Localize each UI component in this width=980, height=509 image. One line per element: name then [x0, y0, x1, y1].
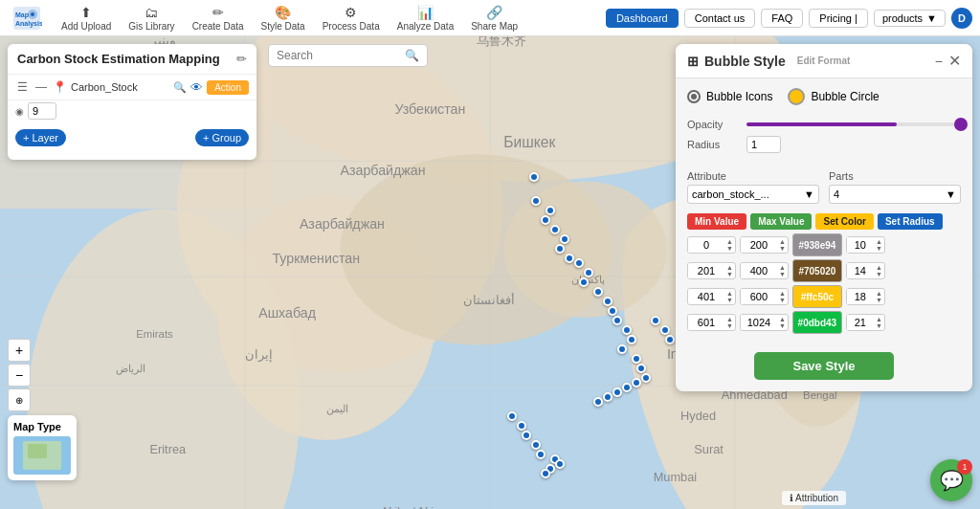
- min-down-icon[interactable]: ▼: [724, 271, 735, 277]
- map-pin[interactable]: [617, 344, 627, 354]
- map-pin[interactable]: [651, 316, 660, 325]
- map-pin[interactable]: [560, 234, 569, 244]
- map-pin[interactable]: [612, 387, 622, 397]
- chat-bubble[interactable]: 💬 1: [930, 459, 972, 501]
- map-pin[interactable]: [531, 440, 541, 450]
- bubble-icons-option[interactable]: Bubble Icons: [687, 90, 772, 103]
- map-pin[interactable]: [665, 335, 675, 344]
- min-down-icon[interactable]: ▼: [724, 297, 735, 303]
- nav-process-data[interactable]: ⚙ Process Data: [315, 3, 388, 33]
- group-add-button[interactable]: + Group: [195, 129, 249, 146]
- map-pin[interactable]: [584, 268, 593, 277]
- zoom-location-button[interactable]: ⊕: [8, 388, 31, 411]
- contact-button[interactable]: Contact us: [684, 9, 756, 28]
- map-pin[interactable]: [529, 172, 539, 182]
- layer-value-input[interactable]: [28, 102, 56, 120]
- map-pin[interactable]: [627, 335, 636, 344]
- map-pin[interactable]: [522, 431, 531, 440]
- radius-down-icon[interactable]: ▼: [874, 245, 884, 252]
- map-pin[interactable]: [555, 244, 565, 254]
- radius-down-icon[interactable]: ▼: [874, 271, 884, 277]
- min-value-input[interactable]: [688, 315, 724, 330]
- map-pin[interactable]: [612, 316, 622, 325]
- map-pin[interactable]: [541, 215, 550, 225]
- max-value-input[interactable]: [741, 289, 777, 304]
- nav-analyze-data[interactable]: 📊 Analyze Data: [390, 3, 461, 33]
- nav-share-map[interactable]: 🔗 Share Map: [463, 3, 525, 33]
- radius-up-icon[interactable]: ▲: [874, 316, 884, 322]
- close-icon[interactable]: ✕: [948, 52, 961, 70]
- avatar[interactable]: D: [951, 8, 972, 29]
- min-value-input[interactable]: [688, 237, 724, 253]
- radius-up-icon[interactable]: ▲: [874, 264, 884, 271]
- radius-input[interactable]: [746, 136, 781, 153]
- radius-value-input[interactable]: [847, 289, 874, 304]
- color-swatch[interactable]: #705020: [792, 259, 842, 282]
- min-value-input[interactable]: [688, 289, 724, 304]
- map-pin[interactable]: [546, 206, 555, 215]
- map-pin[interactable]: [603, 297, 612, 306]
- max-down-icon[interactable]: ▼: [777, 245, 788, 252]
- min-up-icon[interactable]: ▲: [724, 238, 735, 245]
- attribute-select[interactable]: carbon_stock_... ▼: [687, 185, 819, 204]
- max-value-input[interactable]: [741, 237, 777, 253]
- radius-value-input[interactable]: [847, 237, 874, 253]
- min-up-icon[interactable]: ▲: [724, 290, 735, 297]
- min-down-icon[interactable]: ▼: [724, 245, 735, 252]
- map-pin[interactable]: [517, 421, 526, 431]
- minimize-icon[interactable]: −: [935, 54, 943, 69]
- min-up-icon[interactable]: ▲: [724, 316, 735, 322]
- map-pin[interactable]: [622, 383, 632, 392]
- attribution-label[interactable]: ℹ Attribution: [782, 491, 846, 505]
- map-pin[interactable]: [632, 354, 641, 364]
- max-down-icon[interactable]: ▼: [777, 322, 788, 329]
- layer-add-button[interactable]: + Layer: [15, 129, 66, 146]
- save-style-button[interactable]: Save Style: [754, 352, 893, 380]
- zoom-out-button[interactable]: −: [8, 364, 31, 387]
- nav-style-data[interactable]: 🎨 Style Data: [254, 3, 313, 33]
- dash-icon[interactable]: —: [33, 78, 49, 96]
- max-down-icon[interactable]: ▼: [777, 297, 788, 303]
- map-search-input[interactable]: [277, 49, 401, 62]
- min-up-icon[interactable]: ▲: [724, 264, 735, 271]
- bubble-icons-radio[interactable]: [687, 90, 701, 103]
- radius-up-icon[interactable]: ▲: [874, 238, 884, 245]
- bubble-circle-option[interactable]: Bubble Circle: [788, 88, 879, 105]
- radius-down-icon[interactable]: ▼: [874, 297, 884, 303]
- radius-down-icon[interactable]: ▼: [874, 322, 884, 329]
- nav-add-upload[interactable]: ⬆ Add Upload: [54, 3, 119, 33]
- map-area[interactable]: وينبر Ченаи Узбекистан Бишкек 乌鲁木齐 Азарб…: [0, 36, 980, 509]
- zoom-in-button[interactable]: +: [8, 339, 31, 362]
- color-swatch[interactable]: #ffc50c: [792, 285, 842, 308]
- map-pin[interactable]: [593, 397, 603, 407]
- pricing-button[interactable]: Pricing |: [809, 9, 868, 28]
- radius-value-input[interactable]: [847, 263, 874, 278]
- map-pin[interactable]: [608, 306, 617, 316]
- map-pin[interactable]: [660, 325, 670, 335]
- max-up-icon[interactable]: ▲: [777, 316, 788, 322]
- map-pin[interactable]: [632, 378, 641, 387]
- map-pin[interactable]: [603, 392, 612, 402]
- min-down-icon[interactable]: ▼: [724, 322, 735, 329]
- map-pin[interactable]: [541, 469, 550, 478]
- map-pin[interactable]: [555, 459, 565, 469]
- map-pin[interactable]: [536, 450, 546, 459]
- edit-icon[interactable]: ✏: [236, 52, 247, 66]
- map-pin[interactable]: [579, 277, 589, 287]
- map-pin[interactable]: [550, 225, 560, 234]
- search-small-icon[interactable]: 🔍: [173, 81, 187, 94]
- nav-create-data[interactable]: ✏ Create Data: [185, 3, 252, 33]
- map-pin[interactable]: [565, 254, 574, 263]
- eye-icon[interactable]: 👁: [190, 80, 203, 95]
- map-pin[interactable]: [636, 364, 646, 373]
- max-value-input[interactable]: [741, 315, 777, 330]
- parts-select[interactable]: 4 ▼: [829, 185, 961, 204]
- map-pin[interactable]: [531, 196, 541, 206]
- opacity-thumb[interactable]: [954, 118, 968, 131]
- color-swatch[interactable]: #938e94: [792, 233, 842, 256]
- map-type-selector[interactable]: Map Type: [8, 415, 77, 480]
- menu-icon[interactable]: ☰: [15, 78, 30, 96]
- map-pin[interactable]: [507, 411, 517, 421]
- products-menu[interactable]: products ▼: [874, 10, 946, 27]
- radius-value-input[interactable]: [847, 315, 874, 330]
